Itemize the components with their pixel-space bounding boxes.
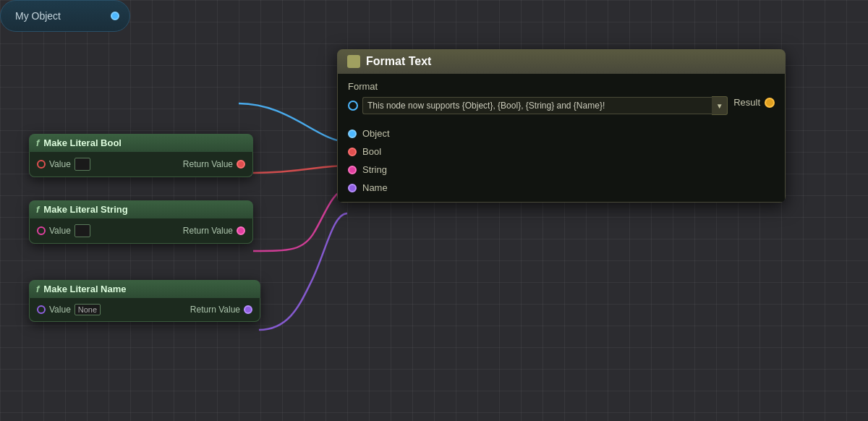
blueprint-canvas: My Object f Make Literal Bool Value Retu… [0, 0, 868, 421]
format-text-field[interactable] [362, 97, 712, 114]
chevron-down-icon: ▼ [716, 102, 723, 110]
format-input-pin[interactable] [348, 101, 358, 111]
format-result-section: Result [733, 81, 775, 108]
bool-value-label: Value [49, 159, 71, 169]
format-string-pin-row: String [348, 164, 775, 175]
format-left-section: Format ▼ [348, 81, 728, 115]
format-pins-section: Object Bool String Name [338, 122, 785, 202]
format-text-body: Format ▼ Result [337, 74, 786, 203]
format-text-node[interactable]: Format Text Format ▼ Re [337, 49, 786, 203]
bool-return-pin-row: Return Value [183, 159, 245, 169]
bool-value-pin-row: Value [37, 158, 90, 171]
function-icon: f [36, 137, 39, 148]
my-object-node[interactable]: My Object [0, 0, 130, 32]
make-literal-bool-node[interactable]: f Make Literal Bool Value Return Value [29, 134, 253, 177]
format-string-pin[interactable] [348, 166, 357, 174]
format-object-pin-row: Object [348, 128, 775, 139]
format-text-header: Format Text [337, 49, 786, 74]
bool-return-label: Return Value [183, 159, 233, 169]
make-literal-bool-title: Make Literal Bool [43, 137, 122, 148]
format-name-label: Name [362, 182, 388, 193]
make-literal-string-node[interactable]: f Make Literal String Value Return Value [29, 200, 253, 244]
make-literal-string-title: Make Literal String [43, 204, 127, 215]
format-bool-pin-row: Bool [348, 146, 775, 157]
function-icon-string: f [36, 204, 39, 215]
make-literal-string-header: f Make Literal String [29, 200, 253, 218]
make-literal-name-node[interactable]: f Make Literal Name Value None Return Va… [29, 280, 260, 322]
name-value-input-pin[interactable] [37, 305, 46, 314]
format-bool-pin[interactable] [348, 148, 357, 156]
result-label: Result [733, 97, 760, 108]
make-literal-name-title: Make Literal Name [43, 284, 126, 294]
name-value-pin-row: Value None [37, 304, 101, 315]
format-bool-label: Bool [362, 146, 381, 157]
name-return-label: Return Value [190, 305, 240, 315]
make-literal-bool-header: f Make Literal Bool [29, 134, 253, 152]
bool-return-pin[interactable] [237, 160, 245, 169]
format-string-label: String [362, 164, 387, 175]
string-return-label: Return Value [183, 226, 233, 236]
make-literal-string-body: Value Return Value [29, 218, 253, 244]
format-object-pin[interactable] [348, 129, 357, 138]
format-name-pin-row: Name [348, 182, 775, 193]
result-output-pin[interactable] [765, 98, 775, 108]
string-value-pin-row: Value [37, 224, 90, 237]
string-value-box[interactable] [75, 224, 90, 237]
my-object-label: My Object [15, 10, 61, 22]
bool-value-input-pin[interactable] [37, 160, 46, 169]
name-value-label: Value [49, 305, 71, 315]
format-dropdown-button[interactable]: ▼ [712, 96, 728, 115]
make-literal-bool-body: Value Return Value [29, 152, 253, 177]
format-object-label: Object [362, 128, 390, 139]
make-literal-name-body: Value None Return Value [29, 298, 260, 322]
make-literal-name-header: f Make Literal Name [29, 280, 260, 298]
function-icon-name: f [36, 284, 39, 294]
my-object-output-pin[interactable] [111, 12, 119, 20]
format-label: Format [348, 81, 728, 92]
name-value-box[interactable]: None [75, 304, 101, 315]
format-text-icon [347, 55, 360, 68]
format-text-title: Format Text [366, 55, 431, 68]
format-name-pin[interactable] [348, 184, 357, 192]
bool-value-box[interactable] [75, 158, 90, 171]
string-value-label: Value [49, 226, 71, 236]
string-return-pin[interactable] [237, 226, 245, 235]
name-return-pin-row: Return Value [190, 305, 252, 315]
string-return-pin-row: Return Value [183, 226, 245, 236]
string-value-input-pin[interactable] [37, 226, 46, 235]
name-return-pin[interactable] [244, 305, 252, 314]
